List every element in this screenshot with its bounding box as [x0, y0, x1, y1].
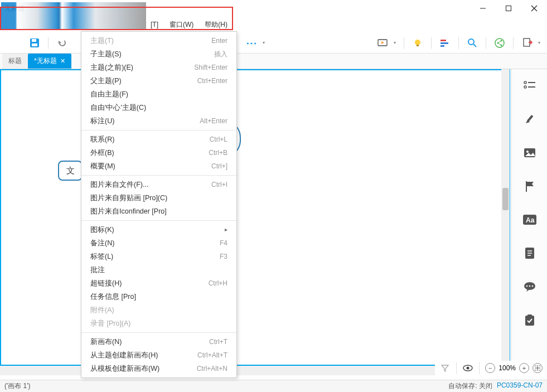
tab-active[interactable]: *无标题✕: [28, 54, 71, 69]
vertical-scrollbar[interactable]: [501, 69, 510, 366]
share-button[interactable]: [491, 34, 509, 52]
export-button[interactable]: [518, 34, 536, 52]
separator: [486, 37, 486, 49]
menu-item-label: 概要(M): [90, 161, 115, 171]
menu-obscured[interactable]: [T]: [145, 18, 164, 31]
menu-item[interactable]: 图片来自Iconfinder [Pro]: [81, 205, 236, 218]
menu-item-label: 录音 [Pro](A): [90, 318, 131, 328]
separator: [48, 37, 49, 49]
menu-separator: [81, 332, 236, 333]
menu-item[interactable]: 标注(U)Alt+Enter: [81, 114, 236, 128]
svg-point-43: [467, 367, 469, 370]
zoom-bar: − 100% +: [435, 361, 547, 375]
task-icon[interactable]: [512, 303, 548, 337]
chevron-down-icon[interactable]: ▾: [394, 40, 399, 45]
notes-icon[interactable]: [512, 236, 548, 270]
menu-item[interactable]: 自由主题(F): [81, 88, 236, 101]
horizontal-scrollbar[interactable]: [0, 366, 501, 375]
zoom-fit-button[interactable]: [533, 363, 543, 373]
menu-item-label: 标签(L): [90, 251, 113, 262]
submenu-arrow-icon: ▸: [225, 225, 227, 235]
menu-item[interactable]: 从模板创建新画布(W)Ctrl+Alt+N: [81, 362, 236, 375]
eye-icon[interactable]: [462, 362, 473, 374]
flag-icon[interactable]: [512, 170, 548, 203]
scroll-thumb[interactable]: [502, 188, 509, 210]
menu-shortcut: Ctrl+L: [210, 134, 227, 144]
insert-dropdown-menu: 主题(T)Enter子主题(S)插入主题(之前)(E)Shift+Enter父主…: [81, 31, 237, 378]
menu-item-label: 备注(N): [90, 238, 114, 248]
zoom-level: 100%: [498, 364, 516, 372]
svg-point-38: [529, 285, 530, 287]
menu-item[interactable]: 自由'中心'主题(C): [81, 101, 236, 114]
present-button[interactable]: [374, 34, 391, 52]
gantt-button[interactable]: [436, 34, 454, 52]
zoom-button[interactable]: [463, 34, 481, 52]
menu-item[interactable]: 标签(L)F3: [81, 250, 236, 263]
comment-icon[interactable]: [512, 270, 548, 303]
save-button[interactable]: [26, 34, 43, 52]
brush-icon[interactable]: [512, 103, 548, 136]
status-canvas-name: ('画布 1'): [4, 381, 31, 391]
menu-item[interactable]: 父主题(P)Ctrl+Enter: [81, 74, 236, 88]
menu-item-label: 从主题创建新画布(H): [90, 350, 158, 360]
menu-item[interactable]: 外框(B)Ctrl+B: [81, 146, 236, 159]
svg-point-22: [524, 81, 526, 84]
menu-item[interactable]: 图片来自剪贴画 [Pro](C): [81, 191, 236, 205]
menu-shortcut: F4: [220, 238, 227, 248]
menu-item: 主题(T)Enter: [81, 34, 236, 47]
menu-item[interactable]: 概要(M)Ctrl+]: [81, 159, 236, 173]
menu-item[interactable]: 图片来自文件(F)...Ctrl+I: [81, 178, 236, 191]
zoom-in-button[interactable]: +: [519, 363, 529, 373]
tab-inactive[interactable]: 标题: [2, 54, 28, 69]
svg-point-8: [415, 40, 420, 45]
image-icon[interactable]: [512, 136, 548, 170]
menu-item-label: 图片来自Iconfinder [Pro]: [90, 206, 167, 216]
zoom-out-button[interactable]: −: [485, 363, 495, 373]
menu-item[interactable]: 批注: [81, 263, 236, 277]
outline-icon[interactable]: [512, 69, 548, 103]
menu-item[interactable]: 任务信息 [Pro]: [81, 290, 236, 303]
chevron-down-icon[interactable]: ▾: [263, 40, 268, 45]
statusbar: ('画布 1') 自动保存: 关闭 PC0359-CN-07: [0, 380, 547, 392]
menu-shortcut: Shift+Enter: [194, 62, 227, 72]
menu-shortcut: Enter: [211, 36, 227, 46]
svg-rect-40: [525, 316, 534, 326]
menu-shortcut: Ctrl+I: [211, 180, 227, 190]
separator: [431, 37, 432, 49]
status-hostname: PC0359-CN-07: [497, 381, 543, 391]
chevron-down-icon[interactable]: ▾: [538, 40, 544, 45]
minimize-button[interactable]: [470, 0, 496, 17]
topic-node[interactable]: 文: [58, 161, 83, 181]
svg-rect-10: [440, 40, 446, 41]
menu-separator: [81, 220, 236, 221]
menu-item[interactable]: 超链接(H)Ctrl+H: [81, 277, 236, 290]
menu-item[interactable]: 子主题(S)插入: [81, 47, 236, 61]
menu-item[interactable]: 联系(R)Ctrl+L: [81, 133, 236, 146]
menu-item[interactable]: 备注(N)F4: [81, 236, 236, 250]
svg-line-14: [473, 44, 476, 47]
filter-icon[interactable]: [439, 362, 451, 374]
menu-item[interactable]: 主题(之前)(E)Shift+Enter: [81, 61, 236, 74]
menu-item-label: 外框(B): [90, 148, 114, 158]
menu-window[interactable]: 窗口(W): [164, 18, 199, 32]
svg-point-15: [495, 38, 504, 47]
menu-item[interactable]: 图标(K)▸: [81, 223, 236, 236]
window-controls: [470, 0, 547, 17]
canvas[interactable]: 文: [0, 69, 510, 366]
menu-item-label: 从模板创建新画布(W): [90, 364, 159, 374]
more-button[interactable]: ⋯: [243, 34, 260, 52]
undo-button[interactable]: [53, 34, 71, 52]
close-button[interactable]: [521, 0, 547, 17]
text-style-icon[interactable]: Aa: [512, 203, 548, 236]
svg-rect-26: [527, 115, 533, 122]
menu-item[interactable]: 新画布(N)Ctrl+T: [81, 335, 236, 349]
menu-item-label: 父主题(P): [90, 76, 122, 86]
menubar: [T] 窗口(W) 帮助(H): [0, 17, 547, 32]
menu-item[interactable]: 从主题创建新画布(H)Ctrl+Alt+T: [81, 349, 236, 362]
close-icon[interactable]: ✕: [60, 57, 65, 65]
idea-button[interactable]: [409, 34, 427, 52]
maximize-button[interactable]: [496, 0, 521, 17]
svg-point-24: [524, 86, 526, 88]
menu-help[interactable]: 帮助(H): [199, 18, 233, 32]
menu-item-label: 新画布(N): [90, 337, 122, 347]
